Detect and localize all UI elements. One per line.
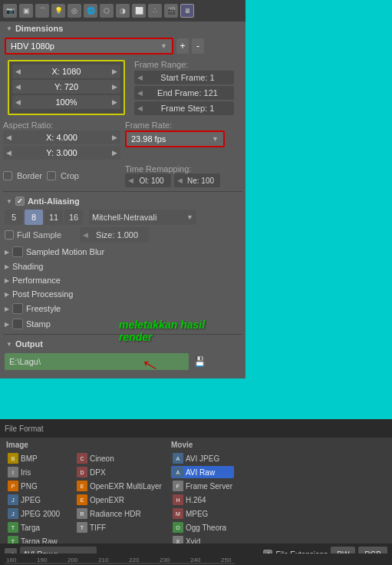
ff-item-openexr[interactable]: E OpenEXR: [75, 494, 163, 506]
remove-preset-button[interactable]: -: [192, 38, 204, 54]
lamp-icon[interactable]: 💡: [51, 4, 65, 18]
ff-item-jpeg2000[interactable]: J JPEG 2000: [6, 507, 68, 520]
sampled-motion-blur-row[interactable]: ▶ Sampled Motion Blur: [0, 244, 245, 259]
jpeg2000-icon: J: [8, 508, 18, 519]
obj-icon[interactable]: ⬡: [100, 4, 114, 18]
stamp-checkbox[interactable]: [12, 319, 23, 329]
scene-icon[interactable]: 🎬: [164, 4, 178, 18]
save-file-icon[interactable]: 💾: [191, 353, 208, 370]
ff-item-tiff[interactable]: T TIFF: [75, 521, 163, 534]
ff-item-frameserver[interactable]: F Frame Server: [171, 480, 234, 492]
ff-item-mpeg[interactable]: M MPEG: [171, 507, 234, 520]
border-label: Border: [17, 171, 42, 180]
texture-icon[interactable]: ⬜: [132, 4, 146, 18]
freestyle-checkbox[interactable]: [12, 303, 23, 314]
ff-item-targa[interactable]: T Targa: [6, 521, 68, 534]
empty-icon[interactable]: ◎: [68, 4, 81, 18]
ff-item-dpx[interactable]: D DPX: [75, 466, 163, 478]
res-pct-field[interactable]: ◀ 100% ▶: [12, 95, 120, 109]
post-processing-row[interactable]: ▶ Post Processing: [0, 287, 245, 301]
ff-item-bmp[interactable]: B BMP: [6, 452, 68, 464]
res-x-right-arrow[interactable]: ▶: [110, 68, 119, 75]
res-y-left-arrow[interactable]: ◀: [14, 83, 22, 91]
stamp-label: Stamp: [26, 319, 51, 329]
tiff-icon: T: [77, 522, 87, 533]
aspect-x-right-arrow[interactable]: ▶: [110, 134, 119, 141]
render-icon[interactable]: 🖥: [180, 4, 194, 18]
ff-item-avijpeg[interactable]: A AVI JPEG: [171, 452, 234, 464]
ff-item-aviraw[interactable]: A AVI Raw: [171, 466, 234, 478]
shading-row[interactable]: ▶ Shading: [0, 259, 245, 273]
res-y-field[interactable]: ◀ Y: 720 ▶: [12, 80, 120, 94]
aa-btn-11[interactable]: 11: [44, 210, 63, 225]
ff-item-cineon[interactable]: C Cineon: [75, 452, 163, 464]
file-format-header-label: File Format: [5, 425, 44, 433]
aspect-y-left-arrow[interactable]: ◀: [5, 149, 13, 157]
camera-icon[interactable]: 📷: [3, 4, 17, 18]
fps-value: 23.98 fps: [131, 134, 166, 144]
res-x-left-arrow[interactable]: ◀: [14, 68, 22, 75]
ff-item-radiance[interactable]: R Radiance HDR: [75, 507, 163, 520]
aspect-x-left-arrow[interactable]: ◀: [5, 134, 13, 141]
end-frame-field[interactable]: ◀ End Frame: 121: [134, 86, 234, 100]
ff-item-png[interactable]: P PNG: [6, 480, 68, 492]
frame-step-field[interactable]: ◀ Frame Step: 1: [134, 101, 234, 115]
cineon-icon: C: [77, 453, 87, 464]
frame-range-label: Frame Range:: [134, 58, 242, 69]
performance-row[interactable]: ▶ Performance: [0, 273, 245, 287]
particle-icon[interactable]: ∴: [148, 4, 162, 18]
frame-rate-section: Frame Rate: 23.98 fps ▼: [125, 120, 242, 147]
curve-icon[interactable]: ⌒: [35, 4, 49, 18]
res-pct-row: ◀ 100% ▶: [12, 95, 120, 109]
aa-btn-8[interactable]: 8: [25, 210, 43, 225]
res-pct-left-arrow[interactable]: ◀: [14, 98, 22, 106]
time-remapping-label: Time Remapping:: [125, 164, 242, 173]
world-icon[interactable]: 🌐: [84, 4, 97, 18]
time-old-field[interactable]: ◀ Ol: 100: [125, 173, 171, 187]
output-path-value: E:\Lagu\: [9, 357, 41, 366]
aspect-x-field[interactable]: ◀ X: 4.000 ▶: [3, 131, 120, 144]
stamp-row[interactable]: ▶ Stamp: [0, 316, 245, 332]
iris-icon: I: [8, 467, 18, 477]
aa-label: Anti-Aliasing: [28, 197, 80, 206]
freestyle-row[interactable]: ▶ Freestyle: [0, 301, 245, 316]
openexr-ml-icon: E: [77, 481, 87, 491]
ff-item-ogg[interactable]: O Ogg Theora: [171, 521, 234, 534]
aa-btn-16[interactable]: 16: [64, 210, 83, 225]
aa-btn-5[interactable]: 5: [5, 210, 23, 225]
smb-checkbox[interactable]: [12, 246, 23, 257]
ff-item-h264[interactable]: H H.264: [171, 494, 234, 506]
res-y-row: ◀ Y: 720 ▶: [12, 80, 120, 94]
mesh-icon[interactable]: ▣: [19, 4, 33, 18]
full-sample-checkbox[interactable]: [5, 230, 14, 240]
performance-label: Performance: [12, 276, 61, 285]
image-col-header: Image: [6, 441, 68, 449]
time-new-field[interactable]: ◀ Ne: 100: [174, 173, 220, 187]
ff-item-jpeg[interactable]: J JPEG: [6, 494, 68, 506]
add-preset-button[interactable]: +: [176, 38, 189, 54]
res-y-right-arrow[interactable]: ▶: [110, 83, 119, 91]
jpeg-icon: J: [8, 494, 18, 505]
material-icon[interactable]: ◑: [116, 4, 130, 18]
file-format-toolbar: File Format: [0, 419, 392, 438]
full-sample-label: Full Sample: [17, 230, 61, 240]
openexr-icon: E: [77, 494, 87, 505]
crop-checkbox[interactable]: [47, 171, 56, 180]
start-frame-field[interactable]: ◀ Start Frame: 1: [134, 71, 234, 84]
fps-dropdown[interactable]: 23.98 fps ▼: [125, 131, 225, 147]
ff-item-openexr-ml[interactable]: E OpenEXR MultiLayer: [75, 480, 163, 492]
crop-label: Crop: [61, 171, 79, 180]
preset-dropdown[interactable]: HDV 1080p ▼: [5, 38, 173, 55]
res-x-field[interactable]: ◀ X: 1080 ▶: [12, 64, 120, 78]
aa-size-field[interactable]: ◀ Size: 1.000: [80, 227, 149, 243]
aa-filter-dropdown[interactable]: Mitchell-Netravali ▼: [89, 210, 196, 225]
svg-text:230: 230: [160, 557, 170, 563]
aspect-y-right-arrow[interactable]: ▶: [110, 149, 119, 157]
aspect-y-field[interactable]: ◀ Y: 3.000 ▶: [3, 146, 120, 160]
time-new-value: Ne: 100: [184, 177, 217, 185]
border-checkbox[interactable]: [3, 171, 12, 180]
ff-item-iris[interactable]: I Iris: [6, 466, 68, 478]
aa-checkbox[interactable]: ✓: [15, 197, 25, 206]
res-pct-right-arrow[interactable]: ▶: [110, 98, 119, 106]
output-path-row: E:\Lagu\ 💾: [0, 351, 245, 372]
